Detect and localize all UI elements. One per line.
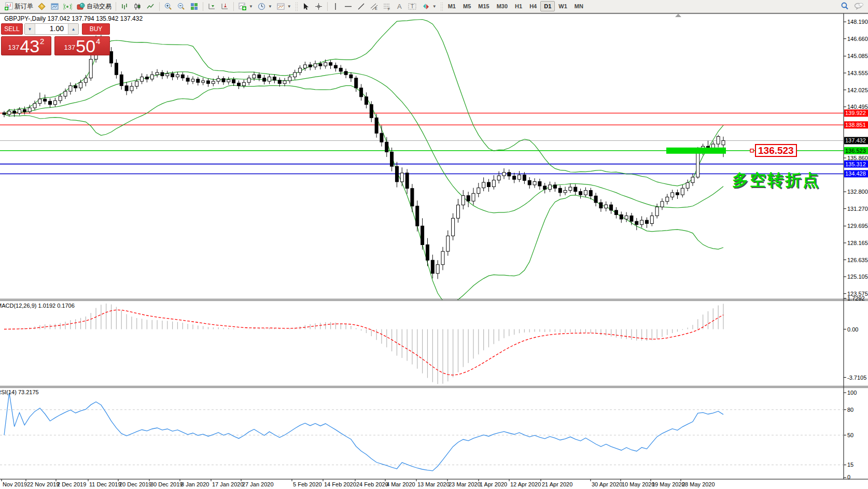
templates-icon [276, 2, 285, 11]
rsi-line [4, 393, 723, 471]
search-button[interactable] [838, 1, 851, 12]
hline-tool-button[interactable] [342, 1, 355, 12]
shift-marker-icon[interactable] [675, 14, 681, 18]
svg-text:19 May 2020: 19 May 2020 [652, 481, 685, 487]
price-callout-label[interactable]: 136.523 [755, 144, 797, 157]
trendline-tool-button[interactable] [355, 1, 368, 12]
timeframe-M15[interactable]: M15 [474, 1, 493, 11]
sell-price-display[interactable]: 137432 [1, 36, 51, 55]
timeframe-W1[interactable]: W1 [555, 1, 571, 11]
svg-text:128.165: 128.165 [847, 240, 868, 246]
svg-text:11 Dec 2019: 11 Dec 2019 [89, 481, 121, 487]
timeframe-D1[interactable]: D1 [540, 1, 555, 11]
candlestick-series [3, 35, 725, 279]
volume-spinner: ▼ 1.00 ▲ [24, 23, 79, 35]
timeframe-H4[interactable]: H4 [526, 1, 540, 11]
svg-text:143.555: 143.555 [847, 70, 868, 76]
text-icon: A [396, 2, 403, 11]
chevron-down-icon: ▼ [268, 4, 272, 9]
auto-trading-button[interactable]: 自动交易 [74, 1, 114, 12]
tile-windows-button[interactable] [188, 1, 201, 12]
market-watch-button[interactable] [35, 1, 48, 12]
svg-text:F: F [388, 7, 390, 11]
chart-shift-button[interactable] [218, 1, 231, 12]
bar-chart-button[interactable] [118, 1, 131, 12]
svg-text:14 Feb 2020: 14 Feb 2020 [324, 481, 356, 487]
timeframe-MN[interactable]: MN [571, 1, 587, 11]
buy-button[interactable]: BUY [82, 23, 110, 35]
buy-price-sup: 4 [96, 37, 100, 46]
sell-price-main: 43 [20, 39, 39, 54]
cursor-icon [301, 2, 310, 11]
channel-tool-button[interactable]: E [368, 1, 381, 12]
zoom-out-button[interactable] [175, 1, 188, 12]
text-tool-button[interactable]: A [394, 1, 405, 12]
search-icon [840, 2, 849, 11]
macd-histogram [4, 304, 723, 384]
shapes-tool-button[interactable]: ▼ [419, 1, 439, 12]
shapes-icon [422, 2, 430, 11]
svg-text:-3.7105: -3.7105 [847, 375, 866, 381]
toolbar-grip[interactable] [295, 2, 298, 11]
svg-text:15: 15 [847, 462, 853, 468]
buy-price-display[interactable]: 137504 [54, 36, 110, 55]
market-watch-icon [37, 2, 46, 11]
timeframe-M30[interactable]: M30 [493, 1, 511, 11]
vline-tool-button[interactable] [330, 1, 342, 12]
volume-input[interactable]: 1.00 [35, 24, 68, 34]
svg-text:4 Mar 2020: 4 Mar 2020 [386, 481, 415, 487]
turning-point-annotation[interactable]: 多空转折点 [732, 169, 820, 191]
svg-text:145.085: 145.085 [847, 53, 868, 59]
svg-text:30 Dec 2019: 30 Dec 2019 [150, 481, 183, 487]
timeframe-H1[interactable]: H1 [511, 1, 526, 11]
toolbar-separator [159, 2, 160, 11]
terminal-button[interactable] [48, 1, 61, 12]
svg-text:10 May 2020: 10 May 2020 [622, 481, 655, 487]
sell-price-prefix: 137 [8, 44, 20, 51]
highlight-zone[interactable] [666, 148, 726, 154]
macd-signal-line [4, 310, 723, 375]
volume-decrease-button[interactable]: ▼ [25, 24, 35, 34]
new-order-button[interactable]: 新订单 [2, 1, 35, 12]
templates-button[interactable]: ▼ [274, 1, 293, 12]
svg-text:28 May 2020: 28 May 2020 [682, 481, 715, 487]
sell-button[interactable]: SELL [1, 23, 23, 35]
main-toolbar: 新订单 [0, 0, 868, 13]
timeframe-M1[interactable]: M1 [444, 1, 459, 11]
buy-price-prefix: 137 [64, 44, 76, 51]
timeframe-toolbar: M1M5M15M30H1H4D1W1MN [444, 1, 587, 11]
svg-text:13 Mar 2020: 13 Mar 2020 [417, 481, 450, 487]
line-chart-button[interactable] [144, 1, 157, 12]
trendline-icon [357, 2, 366, 11]
svg-text:148.190: 148.190 [847, 19, 868, 25]
chat-button[interactable] [851, 1, 866, 12]
cursor-button[interactable] [299, 1, 312, 12]
svg-text:125.105: 125.105 [847, 274, 868, 280]
svg-text:1 Apr 2020: 1 Apr 2020 [480, 481, 507, 487]
chart-canvas[interactable]: 148.190146.660145.085143.555142.025140.4… [0, 0, 868, 489]
candlestick-icon [133, 2, 142, 11]
toolbar-grip[interactable] [440, 2, 443, 11]
svg-text:126.635: 126.635 [847, 257, 868, 263]
signal-button[interactable] [61, 1, 74, 12]
svg-text:132.800: 132.800 [847, 189, 868, 195]
time-axis: Nov 201922 Nov 20192 Dec 201911 Dec 2019… [2, 479, 715, 487]
svg-text:30 Apr 2020: 30 Apr 2020 [592, 481, 622, 487]
fibonacci-tool-button[interactable]: F [381, 1, 394, 12]
zoom-out-icon [177, 2, 186, 11]
svg-text:23 Mar 2020: 23 Mar 2020 [449, 481, 481, 487]
text-label-tool-button[interactable]: T [405, 1, 419, 12]
volume-increase-button[interactable]: ▲ [68, 24, 78, 34]
timeframe-M5[interactable]: M5 [459, 1, 474, 11]
callout-anchor[interactable] [750, 149, 753, 152]
auto-scroll-button[interactable] [205, 1, 218, 12]
rsi-indicator-label: RSI(14) 73.2175 [0, 389, 39, 395]
candlestick-button[interactable] [131, 1, 144, 12]
svg-text:137.432: 137.432 [845, 137, 866, 143]
crosshair-button[interactable] [312, 1, 325, 12]
tile-windows-icon [190, 2, 199, 11]
periods-button[interactable]: ▼ [255, 1, 274, 12]
indicators-button[interactable]: ▼ [236, 1, 255, 12]
zoom-in-button[interactable] [162, 1, 175, 12]
line-chart-icon [146, 2, 155, 11]
